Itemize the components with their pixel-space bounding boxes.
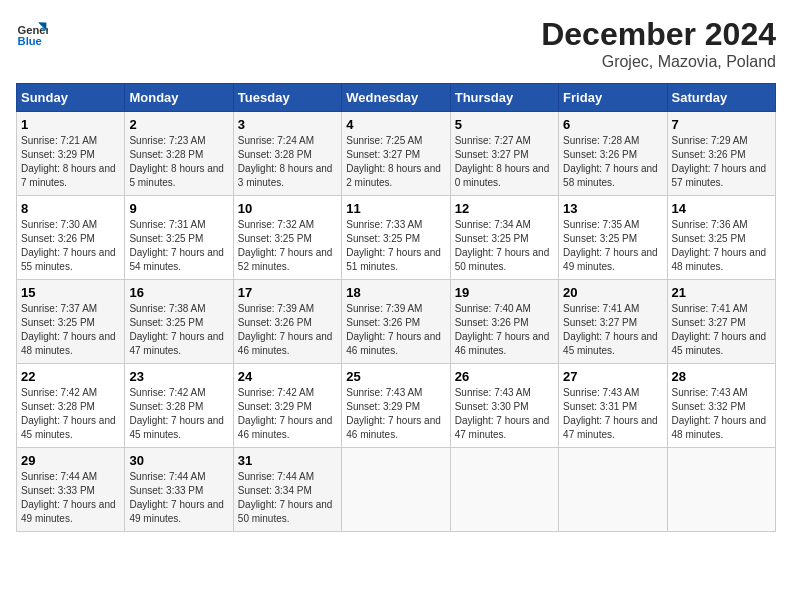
day-info: Sunrise: 7:42 AMSunset: 3:28 PMDaylight:… <box>21 386 120 442</box>
calendar-cell <box>559 448 667 532</box>
day-number: 6 <box>563 117 662 132</box>
day-info: Sunrise: 7:28 AMSunset: 3:26 PMDaylight:… <box>563 134 662 190</box>
calendar-cell: 10Sunrise: 7:32 AMSunset: 3:25 PMDayligh… <box>233 196 341 280</box>
day-number: 22 <box>21 369 120 384</box>
calendar-cell: 22Sunrise: 7:42 AMSunset: 3:28 PMDayligh… <box>17 364 125 448</box>
calendar-cell: 1Sunrise: 7:21 AMSunset: 3:29 PMDaylight… <box>17 112 125 196</box>
day-info: Sunrise: 7:44 AMSunset: 3:33 PMDaylight:… <box>21 470 120 526</box>
weekday-header-saturday: Saturday <box>667 84 775 112</box>
day-number: 21 <box>672 285 771 300</box>
calendar-cell: 15Sunrise: 7:37 AMSunset: 3:25 PMDayligh… <box>17 280 125 364</box>
calendar-cell: 3Sunrise: 7:24 AMSunset: 3:28 PMDaylight… <box>233 112 341 196</box>
day-info: Sunrise: 7:39 AMSunset: 3:26 PMDaylight:… <box>346 302 445 358</box>
day-info: Sunrise: 7:35 AMSunset: 3:25 PMDaylight:… <box>563 218 662 274</box>
page-title: December 2024 <box>541 16 776 53</box>
day-number: 14 <box>672 201 771 216</box>
calendar-cell: 21Sunrise: 7:41 AMSunset: 3:27 PMDayligh… <box>667 280 775 364</box>
calendar-cell: 24Sunrise: 7:42 AMSunset: 3:29 PMDayligh… <box>233 364 341 448</box>
weekday-header-wednesday: Wednesday <box>342 84 450 112</box>
day-info: Sunrise: 7:32 AMSunset: 3:25 PMDaylight:… <box>238 218 337 274</box>
day-number: 27 <box>563 369 662 384</box>
day-info: Sunrise: 7:42 AMSunset: 3:29 PMDaylight:… <box>238 386 337 442</box>
calendar-cell: 18Sunrise: 7:39 AMSunset: 3:26 PMDayligh… <box>342 280 450 364</box>
weekday-header-sunday: Sunday <box>17 84 125 112</box>
day-number: 16 <box>129 285 228 300</box>
calendar-table: SundayMondayTuesdayWednesdayThursdayFrid… <box>16 83 776 532</box>
day-info: Sunrise: 7:40 AMSunset: 3:26 PMDaylight:… <box>455 302 554 358</box>
day-number: 23 <box>129 369 228 384</box>
calendar-cell: 27Sunrise: 7:43 AMSunset: 3:31 PMDayligh… <box>559 364 667 448</box>
calendar-cell: 19Sunrise: 7:40 AMSunset: 3:26 PMDayligh… <box>450 280 558 364</box>
day-number: 5 <box>455 117 554 132</box>
weekday-header-tuesday: Tuesday <box>233 84 341 112</box>
day-number: 26 <box>455 369 554 384</box>
day-number: 30 <box>129 453 228 468</box>
calendar-cell: 16Sunrise: 7:38 AMSunset: 3:25 PMDayligh… <box>125 280 233 364</box>
calendar-cell: 8Sunrise: 7:30 AMSunset: 3:26 PMDaylight… <box>17 196 125 280</box>
day-info: Sunrise: 7:43 AMSunset: 3:32 PMDaylight:… <box>672 386 771 442</box>
day-info: Sunrise: 7:30 AMSunset: 3:26 PMDaylight:… <box>21 218 120 274</box>
calendar-cell: 17Sunrise: 7:39 AMSunset: 3:26 PMDayligh… <box>233 280 341 364</box>
day-number: 17 <box>238 285 337 300</box>
day-number: 3 <box>238 117 337 132</box>
calendar-cell: 12Sunrise: 7:34 AMSunset: 3:25 PMDayligh… <box>450 196 558 280</box>
day-info: Sunrise: 7:34 AMSunset: 3:25 PMDaylight:… <box>455 218 554 274</box>
calendar-cell <box>667 448 775 532</box>
day-number: 15 <box>21 285 120 300</box>
day-info: Sunrise: 7:36 AMSunset: 3:25 PMDaylight:… <box>672 218 771 274</box>
calendar-cell: 29Sunrise: 7:44 AMSunset: 3:33 PMDayligh… <box>17 448 125 532</box>
day-info: Sunrise: 7:24 AMSunset: 3:28 PMDaylight:… <box>238 134 337 190</box>
day-number: 4 <box>346 117 445 132</box>
calendar-cell <box>450 448 558 532</box>
day-info: Sunrise: 7:41 AMSunset: 3:27 PMDaylight:… <box>563 302 662 358</box>
day-number: 12 <box>455 201 554 216</box>
calendar-cell: 4Sunrise: 7:25 AMSunset: 3:27 PMDaylight… <box>342 112 450 196</box>
day-info: Sunrise: 7:37 AMSunset: 3:25 PMDaylight:… <box>21 302 120 358</box>
calendar-cell: 11Sunrise: 7:33 AMSunset: 3:25 PMDayligh… <box>342 196 450 280</box>
day-number: 28 <box>672 369 771 384</box>
calendar-cell: 5Sunrise: 7:27 AMSunset: 3:27 PMDaylight… <box>450 112 558 196</box>
weekday-header-thursday: Thursday <box>450 84 558 112</box>
calendar-cell: 30Sunrise: 7:44 AMSunset: 3:33 PMDayligh… <box>125 448 233 532</box>
day-number: 10 <box>238 201 337 216</box>
day-info: Sunrise: 7:42 AMSunset: 3:28 PMDaylight:… <box>129 386 228 442</box>
day-number: 8 <box>21 201 120 216</box>
calendar-cell: 13Sunrise: 7:35 AMSunset: 3:25 PMDayligh… <box>559 196 667 280</box>
day-info: Sunrise: 7:43 AMSunset: 3:30 PMDaylight:… <box>455 386 554 442</box>
day-number: 13 <box>563 201 662 216</box>
page-header: General Blue December 2024 Grojec, Mazov… <box>16 16 776 71</box>
day-number: 31 <box>238 453 337 468</box>
weekday-header-monday: Monday <box>125 84 233 112</box>
day-info: Sunrise: 7:43 AMSunset: 3:31 PMDaylight:… <box>563 386 662 442</box>
day-info: Sunrise: 7:41 AMSunset: 3:27 PMDaylight:… <box>672 302 771 358</box>
day-number: 25 <box>346 369 445 384</box>
calendar-cell: 31Sunrise: 7:44 AMSunset: 3:34 PMDayligh… <box>233 448 341 532</box>
day-info: Sunrise: 7:29 AMSunset: 3:26 PMDaylight:… <box>672 134 771 190</box>
day-info: Sunrise: 7:44 AMSunset: 3:34 PMDaylight:… <box>238 470 337 526</box>
calendar-cell: 7Sunrise: 7:29 AMSunset: 3:26 PMDaylight… <box>667 112 775 196</box>
calendar-cell: 23Sunrise: 7:42 AMSunset: 3:28 PMDayligh… <box>125 364 233 448</box>
weekday-header-friday: Friday <box>559 84 667 112</box>
day-number: 1 <box>21 117 120 132</box>
calendar-cell: 14Sunrise: 7:36 AMSunset: 3:25 PMDayligh… <box>667 196 775 280</box>
day-info: Sunrise: 7:27 AMSunset: 3:27 PMDaylight:… <box>455 134 554 190</box>
day-number: 18 <box>346 285 445 300</box>
svg-text:Blue: Blue <box>18 35 42 47</box>
day-number: 11 <box>346 201 445 216</box>
page-subtitle: Grojec, Mazovia, Poland <box>541 53 776 71</box>
calendar-cell: 6Sunrise: 7:28 AMSunset: 3:26 PMDaylight… <box>559 112 667 196</box>
day-info: Sunrise: 7:23 AMSunset: 3:28 PMDaylight:… <box>129 134 228 190</box>
day-number: 29 <box>21 453 120 468</box>
calendar-cell <box>342 448 450 532</box>
day-info: Sunrise: 7:25 AMSunset: 3:27 PMDaylight:… <box>346 134 445 190</box>
day-info: Sunrise: 7:44 AMSunset: 3:33 PMDaylight:… <box>129 470 228 526</box>
calendar-cell: 2Sunrise: 7:23 AMSunset: 3:28 PMDaylight… <box>125 112 233 196</box>
day-number: 20 <box>563 285 662 300</box>
day-info: Sunrise: 7:33 AMSunset: 3:25 PMDaylight:… <box>346 218 445 274</box>
day-number: 9 <box>129 201 228 216</box>
day-number: 7 <box>672 117 771 132</box>
calendar-cell: 20Sunrise: 7:41 AMSunset: 3:27 PMDayligh… <box>559 280 667 364</box>
logo-icon: General Blue <box>16 16 48 48</box>
day-info: Sunrise: 7:43 AMSunset: 3:29 PMDaylight:… <box>346 386 445 442</box>
day-info: Sunrise: 7:38 AMSunset: 3:25 PMDaylight:… <box>129 302 228 358</box>
